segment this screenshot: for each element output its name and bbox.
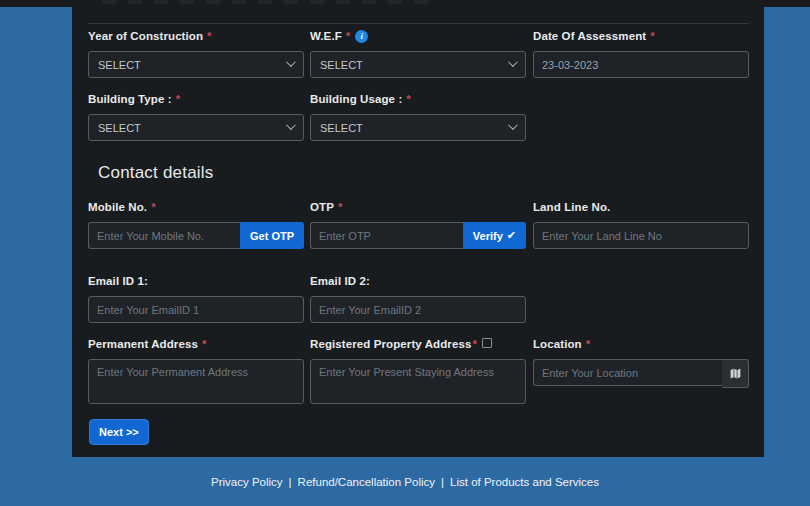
year-of-construction-select[interactable]: SELECT: [88, 51, 304, 78]
required-asterisk: *: [207, 29, 212, 43]
required-asterisk: *: [472, 337, 477, 351]
chevron-down-icon: [286, 57, 296, 67]
same-address-checkbox[interactable]: [482, 338, 492, 348]
verify-button[interactable]: Verify ✔: [463, 222, 526, 249]
label-text: Permanent Address: [88, 337, 198, 351]
get-otp-button[interactable]: Get OTP: [240, 222, 304, 249]
otp-label: OTP*: [310, 200, 526, 214]
label-text: Building Type :: [88, 92, 172, 106]
map-icon: [729, 367, 742, 380]
mobile-no-label: Mobile No.*: [88, 200, 304, 214]
footer: Privacy Policy | Refund/Cancellation Pol…: [0, 457, 810, 506]
wef-select[interactable]: SELECT: [310, 51, 526, 78]
wef-label: W.E.F*i: [310, 29, 526, 43]
label-text: Land Line No.: [533, 200, 610, 214]
footer-links: Privacy Policy | Refund/Cancellation Pol…: [211, 476, 599, 488]
building-type-select[interactable]: SELECT: [88, 114, 304, 141]
footer-separator: |: [441, 476, 444, 488]
label-text: Date Of Assessment: [533, 29, 646, 43]
privacy-policy-link[interactable]: Privacy Policy: [211, 476, 283, 488]
footer-separator: |: [289, 476, 292, 488]
assessment-form-panel: Year of Construction* SELECT W.E.F*i SEL…: [72, 0, 764, 457]
date-of-assessment-input[interactable]: [533, 51, 749, 78]
label-text: Location: [533, 337, 582, 351]
required-asterisk: *: [202, 337, 207, 351]
map-picker-button[interactable]: [722, 359, 749, 388]
label-text: Email ID 2:: [310, 274, 370, 288]
required-asterisk: *: [338, 200, 343, 214]
refund-cancellation-policy-link[interactable]: Refund/Cancellation Policy: [298, 476, 435, 488]
year-of-construction-label: Year of Construction*: [88, 29, 304, 43]
label-text: Building Usage :: [310, 92, 402, 106]
email-id-2-input[interactable]: [310, 296, 526, 323]
label-text: Mobile No.: [88, 200, 147, 214]
mobile-no-input[interactable]: [88, 222, 240, 249]
label-text: Email ID 1:: [88, 274, 148, 288]
label-text: OTP: [310, 200, 334, 214]
products-services-link[interactable]: List of Products and Services: [450, 476, 599, 488]
email-id-1-label: Email ID 1:: [88, 274, 304, 288]
otp-input[interactable]: [310, 222, 463, 249]
cutoff-text-remnant: [102, 0, 432, 4]
label-text: W.E.F: [310, 29, 342, 43]
required-asterisk: *: [406, 92, 411, 106]
registered-property-address-label: Registered Property Address*: [310, 337, 526, 351]
building-type-label: Building Type :*: [88, 92, 304, 106]
check-icon: ✔: [507, 229, 516, 242]
building-usage-label: Building Usage :*: [310, 92, 526, 106]
required-asterisk: *: [586, 337, 591, 351]
label-text: Year of Construction: [88, 29, 203, 43]
required-asterisk: *: [176, 92, 181, 106]
date-of-assessment-label: Date Of Assessment*: [533, 29, 749, 43]
location-label: Location*: [533, 337, 749, 351]
required-asterisk: *: [650, 29, 655, 43]
permanent-address-textarea[interactable]: [88, 359, 304, 404]
select-value: SELECT: [320, 59, 363, 71]
building-usage-select[interactable]: SELECT: [310, 114, 526, 141]
chevron-down-icon: [508, 57, 518, 67]
land-line-input[interactable]: [533, 222, 749, 249]
next-button[interactable]: Next >>: [89, 419, 149, 445]
label-text: Registered Property Address: [310, 337, 471, 351]
button-label: Verify: [473, 230, 503, 242]
required-asterisk: *: [346, 29, 351, 43]
info-icon[interactable]: i: [355, 30, 368, 43]
chevron-down-icon: [508, 120, 518, 130]
email-id-1-input[interactable]: [88, 296, 304, 323]
land-line-label: Land Line No.: [533, 200, 749, 214]
registered-property-address-textarea[interactable]: [310, 359, 526, 404]
contact-details-heading: Contact details: [88, 163, 749, 183]
button-label: Get OTP: [250, 230, 294, 242]
previous-row-cutoff: [88, 0, 749, 24]
email-id-2-label: Email ID 2:: [310, 274, 526, 288]
select-value: SELECT: [98, 59, 141, 71]
location-input[interactable]: [533, 359, 722, 386]
permanent-address-label: Permanent Address*: [88, 337, 304, 351]
required-asterisk: *: [151, 200, 156, 214]
select-value: SELECT: [320, 122, 363, 134]
select-value: SELECT: [98, 122, 141, 134]
chevron-down-icon: [286, 120, 296, 130]
